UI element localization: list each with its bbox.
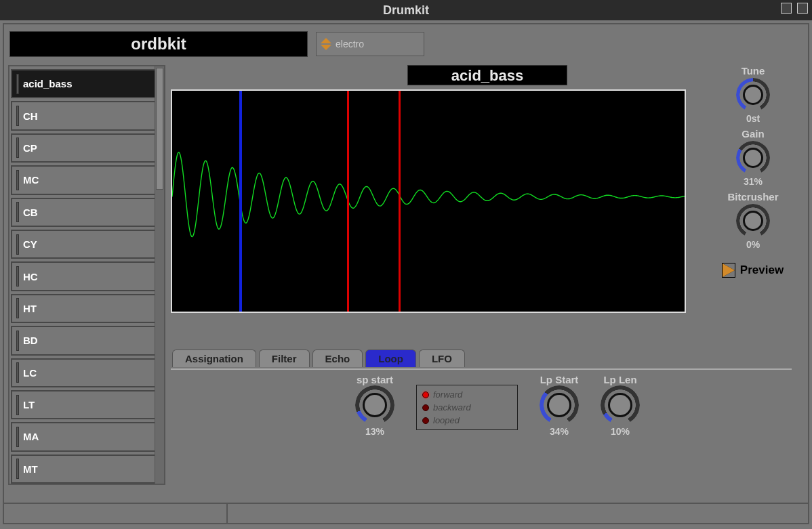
tune-knob[interactable]	[736, 78, 770, 112]
loop-end-marker[interactable]	[399, 91, 401, 312]
preset-label: electro	[336, 39, 364, 49]
bitcrusher-label: Bitcrusher	[727, 191, 778, 203]
drag-handle-icon	[16, 106, 19, 126]
tune-value: 0st	[746, 113, 760, 124]
drag-handle-icon	[16, 427, 19, 447]
drag-handle-icon	[16, 74, 19, 94]
bitcrusher-knob[interactable]	[736, 204, 770, 238]
tab-loop[interactable]: Loop	[365, 350, 416, 367]
statusbar	[4, 503, 808, 523]
lp-len-value: 10%	[611, 426, 630, 437]
preset-spinner[interactable]	[321, 38, 331, 50]
tab-divider	[171, 368, 792, 370]
lp-start-value: 34%	[550, 426, 569, 437]
drag-handle-icon	[16, 234, 19, 255]
sample-list-item-label: CP	[23, 142, 37, 154]
window-minimize-icon[interactable]	[781, 3, 792, 14]
kit-name-display[interactable]: ordbkit	[9, 31, 308, 57]
gain-value: 31%	[744, 176, 763, 187]
sample-list-item-label: HT	[23, 303, 37, 314]
drag-handle-icon	[16, 298, 19, 318]
sample-list: acid_bassCHCPMCCBCYHCHTBDLCLTMAMT	[8, 65, 165, 485]
sample-list-item[interactable]: LT	[11, 390, 155, 419]
direction-option-label: backward	[433, 402, 471, 412]
drag-handle-icon	[16, 266, 19, 287]
sample-list-item[interactable]: MA	[11, 422, 155, 451]
sp-start-value: 13%	[365, 426, 384, 437]
radio-dot-icon	[422, 417, 429, 424]
sample-list-item[interactable]: HC	[11, 261, 155, 291]
sp-start-label: sp start	[357, 374, 393, 385]
app-window: Drumkit ordbkit electro acid_bassCHCPMCC…	[0, 0, 812, 529]
lp-start-knob-group: Lp Start 34%	[540, 374, 579, 437]
sp-start-knob-group: sp start 13%	[355, 374, 394, 437]
lp-len-knob[interactable]	[601, 385, 640, 425]
sample-list-item-label: MT	[23, 463, 38, 475]
drag-handle-icon	[16, 202, 19, 222]
direction-option[interactable]: backward	[422, 402, 512, 412]
gain-knob-group: Gain 31%	[736, 128, 770, 187]
lp-start-label: Lp Start	[540, 374, 579, 385]
chevron-up-icon[interactable]	[321, 38, 331, 43]
gain-knob[interactable]	[736, 141, 770, 175]
drag-handle-icon	[16, 362, 19, 383]
sample-list-item-label: acid_bass	[23, 78, 73, 89]
drag-handle-icon	[16, 331, 19, 351]
tab-filter[interactable]: Filter	[259, 350, 310, 367]
sample-list-item-label: CY	[23, 238, 37, 250]
tab-assignation[interactable]: Assignation	[172, 350, 256, 367]
sample-list-item[interactable]: CH	[11, 101, 155, 130]
main-frame: ordbkit electro acid_bassCHCPMCCBCYHCHTB…	[3, 23, 809, 524]
direction-option-label: looped	[433, 415, 460, 425]
window-maximize-icon[interactable]	[797, 3, 808, 14]
main-panel: acid_bass Tune 0st	[165, 65, 804, 494]
preview-label: Preview	[740, 263, 784, 277]
waveform-display[interactable]	[171, 89, 686, 313]
direction-option[interactable]: looped	[422, 415, 512, 425]
titlebar: Drumkit	[0, 0, 812, 20]
statusbar-segment	[4, 504, 228, 523]
radio-dot-icon	[422, 392, 429, 398]
window-title: Drumkit	[383, 3, 429, 18]
tab-lfo[interactable]: LFO	[419, 350, 465, 367]
scrollbar-thumb[interactable]	[156, 68, 163, 190]
sp-start-knob[interactable]	[355, 385, 394, 425]
sample-list-item[interactable]: MT	[11, 454, 155, 484]
playhead-marker[interactable]	[239, 91, 242, 312]
preview-button[interactable]: Preview	[723, 263, 784, 277]
radio-dot-icon	[422, 404, 429, 411]
gain-label: Gain	[742, 128, 764, 140]
sample-list-item[interactable]: CP	[11, 133, 155, 163]
sample-list-item-label: MC	[23, 174, 39, 186]
sample-list-item-label: CH	[23, 110, 38, 122]
sample-list-item-label: LT	[23, 399, 35, 410]
direction-option[interactable]: forward	[422, 389, 512, 400]
sample-list-item[interactable]: acid_bass	[11, 69, 155, 98]
play-icon	[723, 263, 735, 277]
right-knob-column: Tune 0st Gain 31% Bitcrush	[709, 65, 797, 277]
tune-knob-group: Tune 0st	[736, 65, 770, 124]
sample-list-scrollbar[interactable]	[155, 66, 164, 484]
sample-list-item-label: BD	[23, 335, 38, 346]
loop-panel: sp start 13% forwardbackwardlooped Lp St…	[172, 374, 792, 437]
content-area: acid_bassCHCPMCCBCYHCHTBDLCLTMAMT acid_b…	[8, 65, 804, 494]
tab-bar: AssignationFilterEchoLoopLFO	[172, 350, 465, 367]
sample-list-item[interactable]: CY	[11, 230, 155, 259]
drag-handle-icon	[16, 395, 19, 415]
chevron-down-icon[interactable]	[321, 45, 331, 50]
sample-list-item[interactable]: LC	[11, 358, 155, 387]
topbar: ordbkit electro	[4, 24, 808, 61]
sample-list-item[interactable]: CB	[11, 198, 155, 227]
lp-start-knob[interactable]	[540, 385, 579, 425]
direction-option-label: forward	[433, 389, 462, 400]
tab-echo[interactable]: Echo	[312, 350, 363, 367]
sample-list-item[interactable]: BD	[11, 326, 155, 355]
drag-handle-icon	[16, 459, 19, 479]
lp-len-label: Lp Len	[603, 374, 636, 385]
tune-label: Tune	[742, 65, 765, 77]
loop-start-marker[interactable]	[347, 91, 349, 312]
sample-list-item-label: HC	[23, 271, 38, 282]
sample-list-item[interactable]: HT	[11, 294, 155, 323]
sample-list-item[interactable]: MC	[11, 165, 155, 194]
preset-selector[interactable]: electro	[316, 32, 424, 56]
